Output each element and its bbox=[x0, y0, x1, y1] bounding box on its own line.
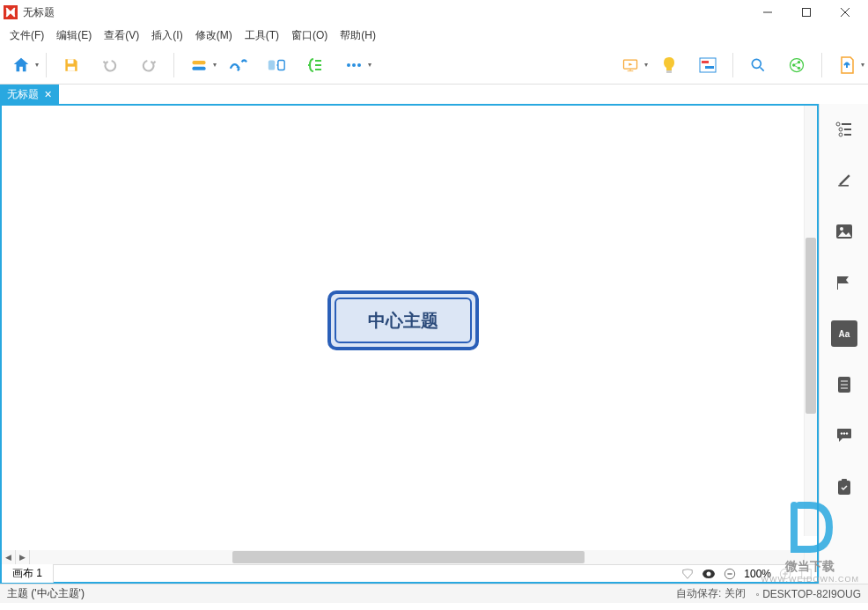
topic-button[interactable]: ▾ bbox=[185, 51, 213, 79]
svg-line-31 bbox=[795, 65, 798, 67]
vertical-scrollbar[interactable] bbox=[804, 106, 817, 536]
svg-rect-21 bbox=[700, 58, 716, 72]
svg-rect-23 bbox=[705, 66, 714, 69]
marker-panel-button[interactable] bbox=[831, 269, 857, 296]
format-panel-button[interactable] bbox=[831, 167, 857, 194]
central-topic-node[interactable]: 中心主题 bbox=[327, 290, 479, 350]
export-button[interactable]: ▾ bbox=[833, 51, 861, 79]
menu-file[interactable]: 文件(F) bbox=[4, 26, 50, 46]
scrollbar-thumb[interactable] bbox=[805, 238, 816, 414]
tab-label: 无标题 bbox=[7, 87, 39, 102]
svg-rect-20 bbox=[666, 70, 672, 73]
visibility-icon[interactable] bbox=[698, 569, 719, 579]
svg-point-15 bbox=[352, 63, 356, 67]
minimize-button[interactable] bbox=[748, 0, 787, 25]
toolbar: ▾ ▾ ▾ ▾ ▾ bbox=[0, 46, 868, 85]
menu-insert[interactable]: 插入(I) bbox=[145, 26, 188, 46]
svg-rect-58 bbox=[842, 479, 847, 482]
document-tabbar: 无标题 ✕ bbox=[0, 85, 868, 104]
separator bbox=[46, 53, 47, 77]
canvas-container: 中心主题 ◀ ▶ 画布 1 100% bbox=[0, 104, 819, 584]
search-button[interactable] bbox=[744, 51, 772, 79]
scroll-left-icon[interactable]: ◀ bbox=[2, 550, 16, 564]
svg-point-43 bbox=[839, 133, 842, 136]
notes-panel-button[interactable] bbox=[831, 371, 857, 398]
menu-window[interactable]: 窗口(O) bbox=[285, 26, 334, 46]
scroll-right-icon[interactable]: ▶ bbox=[16, 550, 30, 564]
gantt-button[interactable] bbox=[694, 51, 722, 79]
horizontal-scrollbar[interactable]: ◀ ▶ bbox=[2, 550, 817, 564]
svg-point-14 bbox=[347, 63, 350, 67]
menu-help[interactable]: 帮助(H) bbox=[334, 26, 382, 46]
image-panel-button[interactable] bbox=[831, 218, 857, 245]
svg-point-24 bbox=[752, 59, 761, 68]
titlebar: 无标题 bbox=[0, 0, 868, 25]
outline-panel-button[interactable] bbox=[831, 116, 857, 143]
status-bar: 主题 ('中心主题') 自动保存: 关闭 ◦ DESKTOP-82I9OUG bbox=[0, 584, 868, 603]
zoom-in-button[interactable] bbox=[775, 568, 796, 580]
close-button[interactable] bbox=[826, 0, 864, 25]
svg-point-41 bbox=[839, 128, 842, 131]
tab-close-icon[interactable]: ✕ bbox=[44, 89, 52, 100]
svg-rect-6 bbox=[193, 61, 206, 64]
svg-line-25 bbox=[761, 67, 764, 70]
redo-button[interactable] bbox=[135, 51, 163, 79]
side-panel: Aa bbox=[819, 104, 868, 584]
save-button[interactable] bbox=[57, 51, 85, 79]
svg-rect-22 bbox=[702, 61, 709, 63]
svg-point-54 bbox=[840, 432, 842, 434]
menu-edit[interactable]: 编辑(E) bbox=[50, 26, 98, 46]
presentation-button[interactable]: ▾ bbox=[616, 51, 644, 79]
comments-panel-button[interactable] bbox=[831, 423, 857, 449]
svg-rect-4 bbox=[68, 59, 74, 63]
scrollbar-thumb[interactable] bbox=[232, 551, 585, 563]
svg-point-56 bbox=[845, 432, 847, 434]
zoom-level[interactable]: 100% bbox=[740, 568, 775, 580]
text-panel-button[interactable]: Aa bbox=[831, 320, 857, 347]
svg-point-47 bbox=[840, 227, 843, 231]
svg-line-30 bbox=[795, 62, 798, 64]
app-icon bbox=[4, 5, 18, 19]
document-tab[interactable]: 无标题 ✕ bbox=[0, 85, 59, 104]
home-button[interactable]: ▾ bbox=[7, 51, 35, 79]
svg-rect-38 bbox=[802, 569, 812, 578]
svg-rect-9 bbox=[278, 60, 284, 70]
central-topic-text: 中心主题 bbox=[368, 309, 438, 333]
sheet-tab[interactable]: 画布 1 bbox=[2, 564, 54, 583]
svg-rect-7 bbox=[193, 66, 206, 70]
svg-point-32 bbox=[707, 571, 711, 576]
zoom-out-button[interactable] bbox=[719, 568, 740, 580]
mindmap-canvas[interactable]: 中心主题 bbox=[2, 106, 817, 550]
svg-rect-45 bbox=[838, 185, 849, 187]
brainstorm-button[interactable] bbox=[655, 51, 683, 79]
separator bbox=[732, 53, 733, 77]
menu-tools[interactable]: 工具(T) bbox=[239, 26, 285, 46]
separator bbox=[821, 53, 822, 77]
sheet-bar: 画布 1 100% bbox=[2, 564, 817, 582]
status-computer: ◦ DESKTOP-82I9OUG bbox=[756, 588, 861, 600]
svg-rect-8 bbox=[268, 60, 275, 70]
menubar: 文件(F) 编辑(E) 查看(V) 插入(I) 修改(M) 工具(T) 窗口(O… bbox=[0, 25, 868, 46]
more-button[interactable]: ▾ bbox=[340, 51, 368, 79]
svg-text:Aa: Aa bbox=[838, 329, 850, 339]
maximize-button[interactable] bbox=[787, 0, 826, 25]
filter-icon[interactable] bbox=[677, 568, 698, 580]
svg-point-26 bbox=[791, 58, 804, 71]
share-button[interactable] bbox=[783, 51, 811, 79]
svg-point-55 bbox=[842, 432, 844, 434]
relationship-button[interactable] bbox=[224, 51, 252, 79]
fit-button[interactable] bbox=[796, 568, 817, 580]
window-title: 无标题 bbox=[23, 5, 748, 20]
undo-button[interactable] bbox=[96, 51, 124, 79]
boundary-button[interactable] bbox=[262, 51, 291, 79]
summary-button[interactable] bbox=[301, 51, 329, 79]
work-area: 中心主题 ◀ ▶ 画布 1 100% Aa bbox=[0, 104, 868, 584]
menu-view[interactable]: 查看(V) bbox=[98, 26, 145, 46]
svg-point-39 bbox=[836, 122, 840, 126]
menu-modify[interactable]: 修改(M) bbox=[189, 26, 239, 46]
svg-point-16 bbox=[357, 63, 361, 67]
task-panel-button[interactable] bbox=[831, 474, 857, 500]
svg-rect-1 bbox=[803, 9, 811, 17]
svg-rect-5 bbox=[68, 66, 75, 70]
status-topic: 主题 ('中心主题') bbox=[7, 586, 85, 601]
